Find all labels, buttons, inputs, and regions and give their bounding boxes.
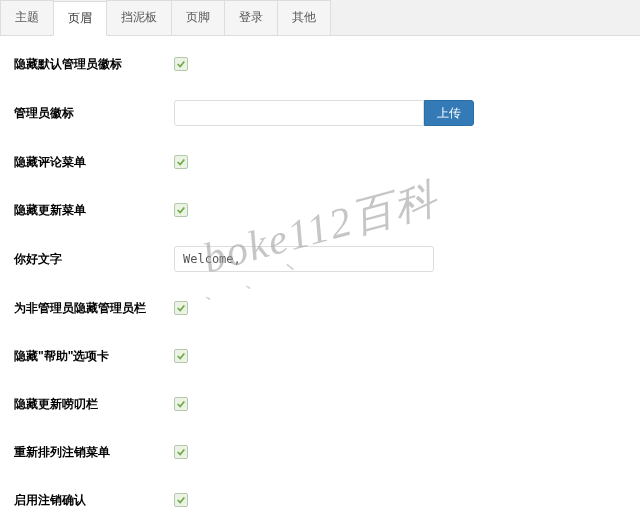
checkbox-hide-comment-menu[interactable] <box>174 155 188 169</box>
checkbox-hide-update-menu[interactable] <box>174 203 188 217</box>
row-admin-badge: 管理员徽标 上传 <box>14 100 626 126</box>
row-hide-admin-bar-nonadmin: 为非管理员隐藏管理员栏 <box>14 296 626 320</box>
label-hide-admin-bar-nonadmin: 为非管理员隐藏管理员栏 <box>14 300 174 317</box>
tab-other[interactable]: 其他 <box>277 0 331 35</box>
label-hide-update-menu: 隐藏更新菜单 <box>14 202 174 219</box>
tab-footer[interactable]: 页脚 <box>171 0 225 35</box>
checkbox-hide-default-admin-badge[interactable] <box>174 57 188 71</box>
tab-sidebar[interactable]: 挡泥板 <box>106 0 172 35</box>
row-hide-update-menu: 隐藏更新菜单 <box>14 198 626 222</box>
label-rearrange-logout: 重新排列注销菜单 <box>14 444 174 461</box>
input-admin-badge[interactable] <box>174 100 424 126</box>
row-hello-text: 你好文字 <box>14 246 626 272</box>
checkbox-rearrange-logout[interactable] <box>174 445 188 459</box>
row-hide-default-admin-badge: 隐藏默认管理员徽标 <box>14 52 626 76</box>
row-hide-comment-menu: 隐藏评论菜单 <box>14 150 626 174</box>
label-hello-text: 你好文字 <box>14 251 174 268</box>
settings-panel: 隐藏默认管理员徽标 管理员徽标 上传 隐藏评论菜单 隐藏更新菜单 你好文字 为非… <box>0 36 640 513</box>
row-hide-update-nag: 隐藏更新唠叨栏 <box>14 392 626 416</box>
label-hide-default-admin-badge: 隐藏默认管理员徽标 <box>14 56 174 73</box>
row-hide-help-tab: 隐藏"帮助"选项卡 <box>14 344 626 368</box>
checkbox-enable-logout-confirm[interactable] <box>174 493 188 507</box>
tab-header[interactable]: 页眉 <box>53 1 107 36</box>
row-rearrange-logout: 重新排列注销菜单 <box>14 440 626 464</box>
label-hide-update-nag: 隐藏更新唠叨栏 <box>14 396 174 413</box>
row-enable-logout-confirm: 启用注销确认 <box>14 488 626 512</box>
checkbox-hide-help-tab[interactable] <box>174 349 188 363</box>
label-hide-help-tab: 隐藏"帮助"选项卡 <box>14 348 174 365</box>
input-hello-text[interactable] <box>174 246 434 272</box>
label-enable-logout-confirm: 启用注销确认 <box>14 492 174 509</box>
checkbox-hide-admin-bar-nonadmin[interactable] <box>174 301 188 315</box>
tab-theme[interactable]: 主题 <box>0 0 54 35</box>
label-hide-comment-menu: 隐藏评论菜单 <box>14 154 174 171</box>
upload-button[interactable]: 上传 <box>424 100 474 126</box>
checkbox-hide-update-nag[interactable] <box>174 397 188 411</box>
tab-login[interactable]: 登录 <box>224 0 278 35</box>
tabs: 主题 页眉 挡泥板 页脚 登录 其他 <box>0 0 640 36</box>
label-admin-badge: 管理员徽标 <box>14 105 174 122</box>
